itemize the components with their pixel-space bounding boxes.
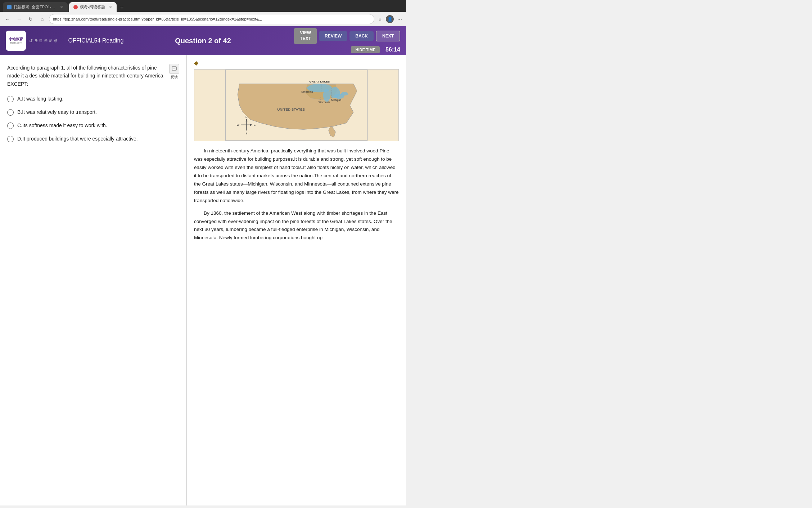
paragraph-2: By 1860, the settlement of the American … <box>194 209 399 242</box>
refresh-button[interactable]: ↻ <box>26 14 35 24</box>
nav-bar: ← → ↻ ⌂ https://top.zhan.com/toefl/read/… <box>0 12 406 26</box>
question-text: According to paragraph 1, all of the fol… <box>7 64 166 88</box>
profile-icon[interactable]: 👤 <box>386 15 394 23</box>
svg-text:LAKES: LAKES <box>320 80 330 83</box>
feedback-button[interactable]: 反馈 <box>169 64 179 80</box>
app-header: 小站教育 zhan.com 绽 放 留 学 梦 想 OFFICIAL54 Rea… <box>0 26 406 55</box>
address-text: https://top.zhan.com/toefl/read/single-p… <box>53 17 262 21</box>
address-bar[interactable]: https://top.zhan.com/toefl/read/single-p… <box>49 14 374 24</box>
browser-window: 托福模考_全套TPO1-50在线模拟... ✕ 模考-阅读答题 ✕ + ← → … <box>0 0 406 26</box>
map-container: GREAT LAKES Minnesota Wisconsin Michigan… <box>194 69 399 141</box>
logo-area: 小站教育 zhan.com 绽 放 留 学 梦 想 OFFICIAL54 Rea… <box>6 31 123 51</box>
new-tab-button[interactable]: + <box>118 3 126 11</box>
header-buttons: VIEWTEXT REVIEW BACK NEXT <box>294 28 400 44</box>
svg-text:UNITED STATES: UNITED STATES <box>277 107 305 111</box>
more-options-icon[interactable]: ⋯ <box>396 15 403 23</box>
option-b-text: B.It was relatively easy to transport. <box>17 108 97 116</box>
svg-text:Michigan: Michigan <box>331 99 341 102</box>
option-d-text: D.It produced buildings that were especi… <box>17 135 138 143</box>
svg-text:Wisconsin: Wisconsin <box>319 101 330 103</box>
svg-rect-0 <box>172 67 176 70</box>
back-button[interactable]: ← <box>3 14 12 24</box>
tab-2-title: 模考-阅读答题 <box>80 4 105 10</box>
radio-d[interactable] <box>7 136 14 142</box>
feedback-icon <box>169 64 179 74</box>
diamond-marker: ◆ <box>194 59 399 66</box>
back-nav-button[interactable]: BACK <box>349 31 374 41</box>
tab-1[interactable]: 托福模考_全套TPO1-50在线模拟... ✕ <box>3 2 68 12</box>
forward-button[interactable]: → <box>14 14 24 24</box>
nav-icons: ☆ 👤 ⋯ <box>376 15 403 23</box>
reading-text: In nineteenth-century America, practical… <box>194 147 399 242</box>
radio-b[interactable] <box>7 109 14 116</box>
hide-time-button[interactable]: HIDE TIME <box>351 46 380 53</box>
tab-2-close[interactable]: ✕ <box>109 5 112 10</box>
tab-1-close[interactable]: ✕ <box>60 5 63 10</box>
question-panel: According to paragraph 1, all of the fol… <box>0 55 187 505</box>
reading-panel: ◆ <box>187 55 406 505</box>
exam-title: OFFICIAL54 Reading <box>68 37 124 44</box>
tab-1-favicon <box>7 5 12 9</box>
main-content: According to paragraph 1, all of the fol… <box>0 55 406 505</box>
options-list: A.It was long lasting. B.It was relative… <box>7 95 179 143</box>
timer-display: 56:14 <box>385 46 400 53</box>
logo-box: 小站教育 zhan.com <box>6 31 26 51</box>
option-c[interactable]: C.Its softness made it easy to work with… <box>7 122 179 129</box>
question-counter: Question 2 of 42 <box>175 37 231 45</box>
logo-tagline: 绽 放 留 学 梦 想 <box>30 39 58 43</box>
radio-a[interactable] <box>7 96 14 102</box>
review-button[interactable]: REVIEW <box>319 31 347 41</box>
tab-2-favicon <box>73 5 78 9</box>
feedback-label: 反馈 <box>171 75 178 80</box>
logo-text: 绽 放 留 学 梦 想 <box>30 39 58 43</box>
tab-2[interactable]: 模考-阅读答题 ✕ <box>69 2 117 12</box>
home-button[interactable]: ⌂ <box>37 14 47 24</box>
option-c-text: C.Its softness made it easy to work with… <box>17 122 107 129</box>
tab-1-title: 托福模考_全套TPO1-50在线模拟... <box>14 4 56 10</box>
option-d[interactable]: D.It produced buildings that were especi… <box>7 135 179 143</box>
next-button[interactable]: NEXT <box>376 31 400 41</box>
bookmark-icon[interactable]: ☆ <box>376 15 384 23</box>
svg-text:E: E <box>254 123 256 126</box>
svg-point-8 <box>341 92 348 95</box>
svg-text:Minnesota: Minnesota <box>301 90 313 93</box>
svg-text:S: S <box>245 132 247 135</box>
svg-text:W: W <box>237 123 240 126</box>
svg-point-5 <box>323 89 330 102</box>
option-a[interactable]: A.It was long lasting. <box>7 95 179 103</box>
header-controls: VIEWTEXT REVIEW BACK NEXT HIDE TIME 56:1… <box>294 28 400 53</box>
radio-c[interactable] <box>7 122 14 129</box>
svg-text:GREAT: GREAT <box>309 80 319 83</box>
svg-text:N: N <box>245 116 248 119</box>
tab-bar: 托福模考_全套TPO1-50在线模拟... ✕ 模考-阅读答题 ✕ + <box>0 0 406 12</box>
option-b[interactable]: B.It was relatively easy to transport. <box>7 108 179 116</box>
paragraph-1: In nineteenth-century America, practical… <box>194 147 399 205</box>
option-a-text: A.It was long lasting. <box>17 95 63 103</box>
view-text-button[interactable]: VIEWTEXT <box>294 28 317 44</box>
question-header: According to paragraph 1, all of the fol… <box>7 64 179 88</box>
